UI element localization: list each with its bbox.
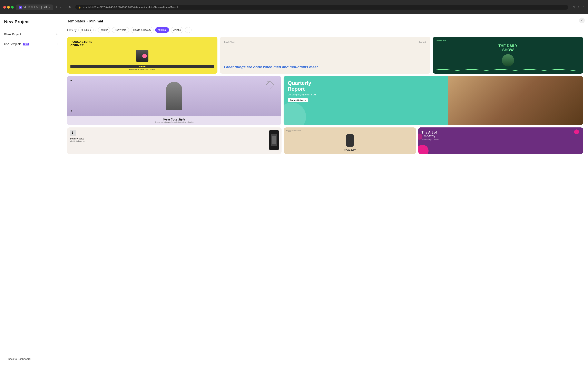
- use-template-option[interactable]: Use Template NEW ⊞: [48, 40, 58, 48]
- browser-menu-icon[interactable]: ⋮: [582, 6, 585, 9]
- empathy-dot2-decoration: [418, 145, 429, 154]
- browser-chrome: V VEED CREATE | Edit ✕ + ← → ↻ 🔒 veed.io…: [0, 0, 588, 14]
- use-template-icon: ⊞: [56, 42, 58, 46]
- quarterly-circle-decoration: [284, 103, 306, 125]
- close-button[interactable]: [3, 6, 6, 8]
- minimal-label: Minimal: [158, 29, 166, 31]
- artistic-label: Artistic: [173, 29, 181, 31]
- filter-bar: Filter by ⊡ Size ▾ Winter New Years Heal: [67, 27, 583, 33]
- size-filter-icon: ⊡: [81, 29, 83, 31]
- breadcrumb: Templates › Minimal: [67, 19, 583, 24]
- main-content: Export ↗ New Project Blank Project ✦ Us: [48, 14, 588, 367]
- address-bar[interactable]: 🔒 veed.io/edit/0e4e2277-6f45-45c3-9294-7…: [75, 5, 568, 9]
- browser-tab[interactable]: V VEED CREATE | Edit ✕: [16, 4, 53, 10]
- empathy-subtitle: Workshop by K. Thierry: [422, 139, 580, 141]
- template-card-quarterly[interactable]: QuarterlyReport Our company's growth in …: [284, 76, 583, 125]
- quote-team: Growth Team: [224, 41, 235, 43]
- breadcrumb-separator-icon: ›: [87, 20, 88, 23]
- reload-button[interactable]: ↻: [69, 6, 71, 9]
- beauty-phone-visual: [269, 130, 279, 150]
- quote-header: Growth Team Quarter 1: [224, 41, 426, 43]
- quarterly-subtitle: Our company's growth in Q3: [288, 93, 448, 96]
- template-grid-top: PODCASTER'SCORNER: [67, 37, 583, 74]
- filter-label: Filter by: [67, 29, 77, 32]
- daily-title: THE DAILYSHOW: [436, 44, 580, 52]
- template-card-podcaster[interactable]: PODCASTER'SCORNER: [67, 37, 217, 74]
- empathy-title: The Art ofEmpathy: [422, 131, 580, 138]
- template-card-quote[interactable]: Growth Team Quarter 1 Great things are d…: [220, 37, 430, 74]
- template-grid-bottom: 🎙 Beauty talks with Silvia Lorento: [67, 127, 583, 154]
- filter-separator: [95, 30, 96, 31]
- waveform-graphic: [70, 65, 214, 68]
- daily-image: [502, 54, 514, 67]
- filter-newyears-button[interactable]: New Years: [112, 27, 129, 33]
- tab-favicon: V: [19, 6, 22, 8]
- star-icon[interactable]: ☆: [577, 6, 580, 9]
- app-container: ☰ ⚙ Settings 🎬 Media 🎵 Audio 💬 Subtitles…: [0, 14, 588, 367]
- template-card-yoga[interactable]: Happy International YOGA DAY: [284, 127, 416, 154]
- extensions-icon[interactable]: ⊙: [573, 6, 575, 9]
- newyears-label: New Years: [114, 29, 126, 31]
- back-dashboard-link[interactable]: ← Back to Dashboard: [48, 356, 58, 362]
- tab-title: VEED CREATE | Edit: [24, 6, 47, 8]
- template-card-beauty-talks[interactable]: 🎙 Beauty talks with Silvia Lorento: [67, 127, 282, 154]
- tab-close-icon[interactable]: ✕: [48, 6, 50, 8]
- wear-image: ✦ ✦ ◇: [67, 76, 281, 116]
- forward-nav-button[interactable]: →: [64, 6, 67, 9]
- divider: [48, 39, 58, 39]
- quote-quarter: Quarter 1: [419, 41, 426, 43]
- quarterly-person-image: [448, 76, 583, 125]
- new-project-title: New Project: [48, 19, 58, 25]
- quote-text: Great things are done when men and mount…: [224, 65, 426, 69]
- empathy-dot1-decoration: [574, 129, 579, 134]
- template-card-empathy[interactable]: The Art ofEmpathy Workshop by K. Thierry: [418, 127, 583, 154]
- podcaster-subtitle: Here's how to convert MPG to MP4.: [70, 68, 214, 70]
- wear-person-silhouette: [166, 82, 182, 110]
- podcaster-title: PODCASTER'SCORNER: [70, 40, 214, 47]
- filter-more-button[interactable]: ···: [185, 27, 191, 33]
- blank-project-icon: ✦: [56, 32, 58, 36]
- minimize-button[interactable]: [7, 6, 10, 8]
- template-card-wear-style[interactable]: ✦ ✦ ◇ Wear Your Style Browse our catalog…: [67, 76, 281, 125]
- sparkle-top-left-icon: ✦: [70, 79, 72, 82]
- yoga-title: YOGA DAY: [286, 149, 414, 151]
- beauty-text-area: 🎙 Beauty talks with Silvia Lorento: [70, 130, 267, 151]
- maximize-button[interactable]: [11, 6, 14, 8]
- quarterly-name: James Roberts: [288, 98, 308, 102]
- beauty-title: Beauty talks: [70, 137, 267, 140]
- healthbeauty-label: Health & Beauty: [133, 29, 151, 31]
- yoga-header: Happy International: [286, 130, 414, 132]
- podcaster-image: [136, 50, 148, 62]
- wear-subtitle: Browse our catalogue for our limited edi…: [70, 121, 278, 123]
- winter-label: Winter: [101, 29, 108, 31]
- breadcrumb-current: Minimal: [89, 19, 103, 24]
- filter-size-button[interactable]: ⊡ Size ▾: [78, 27, 94, 33]
- new-tab-button[interactable]: +: [55, 5, 57, 9]
- template-card-daily-show[interactable]: Episode #14 THE DAILYSHOW: [433, 37, 583, 74]
- daily-wave-graphic: [436, 69, 580, 71]
- filter-minimal-button[interactable]: Minimal: [155, 27, 169, 33]
- size-dropdown-icon: ▾: [90, 29, 91, 31]
- breadcrumb-root[interactable]: Templates: [67, 19, 85, 24]
- filter-winter-button[interactable]: Winter: [98, 27, 111, 33]
- blank-project-option[interactable]: Blank Project ✦: [48, 30, 58, 38]
- templates-panel: ✕ Templates › Minimal Filter by ⊡ Size ▾: [62, 14, 588, 367]
- template-grid-mid: ✦ ✦ ◇ Wear Your Style Browse our catalog…: [67, 76, 583, 125]
- back-nav-button[interactable]: ←: [60, 6, 63, 9]
- modal-overlay: New Project Blank Project ✦ Use Template…: [48, 14, 588, 367]
- quarterly-title: QuarterlyReport: [288, 80, 448, 92]
- filter-artistic-button[interactable]: Artistic: [171, 27, 183, 33]
- templates-close-button[interactable]: ✕: [579, 17, 585, 23]
- beauty-author: with Silvia Lorento: [70, 140, 267, 142]
- new-project-panel: New Project Blank Project ✦ Use Template…: [48, 14, 62, 367]
- wear-title: Wear Your Style: [70, 118, 278, 121]
- sparkle-bottom-left-icon: ✦: [70, 109, 73, 113]
- wear-text-area: Wear Your Style Browse our catalogue for…: [67, 116, 281, 125]
- daily-episode: Episode #14: [436, 40, 580, 42]
- yoga-phone-visual: [346, 134, 354, 147]
- diamond-small-icon: ◇: [267, 80, 269, 83]
- filter-healthbeauty-button[interactable]: Health & Beauty: [131, 27, 154, 33]
- size-filter-label: Size: [84, 29, 89, 31]
- beauty-microphone-icon: 🎙: [70, 130, 76, 136]
- url-text: veed.io/edit/0e4e2277-6f45-45c3-9294-790…: [83, 6, 178, 8]
